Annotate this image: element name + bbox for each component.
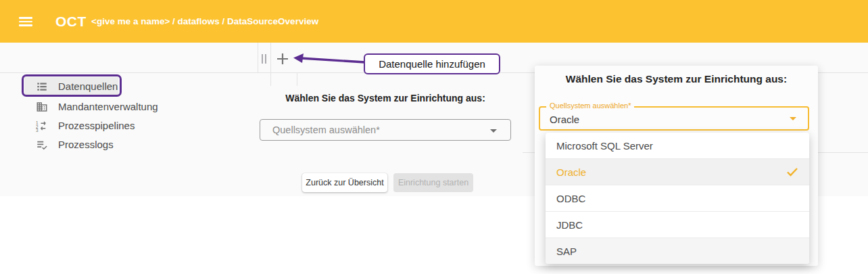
chevron-down-icon [790,117,796,120]
option-label: ODBC [556,193,585,204]
overlay-select-floating-label: Quellsystem auswählen* [546,101,634,110]
option-label: SAP [556,246,577,257]
building-icon [36,101,48,113]
sidebar-item-label: Prozesspipelines [58,120,135,131]
back-to-overview-button[interactable]: Zurück zur Übersicht [302,173,387,192]
option-label: Oracle [556,166,586,178]
sidebar-item-mandantenverwaltung[interactable]: Mandantenverwaltung [36,98,158,115]
source-system-dropdown-menu: Microsoft SQL Server Oracle ODBC JDBC SA… [546,133,809,264]
divider [258,43,258,72]
overlay-select-value: Oracle [550,114,579,125]
option-label: Microsoft SQL Server [556,140,653,152]
checklist-icon [36,139,48,151]
breadcrumb: <give me a name> / dataflows / DataSourc… [91,16,318,26]
option-microsoft-sql-server[interactable]: Microsoft SQL Server [546,133,809,159]
setup-form-heading: Wählen Sie das System zur Einrichtung au… [260,93,511,104]
sidebar-item-label: Prozesslogs [58,139,114,150]
splitter-drag-handle-icon[interactable] [262,54,267,64]
sidebar-item-prozesspipelines[interactable]: 1 2 3 Prozesspipelines [36,117,135,134]
pipeline-icon: 1 2 3 [36,120,48,132]
add-datasource-button[interactable] [274,51,291,67]
start-setup-button[interactable]: Einrichtung starten [393,173,473,192]
select-placeholder: Quellsystem auswählen* [272,124,380,135]
annotation-callout: Datenquelle hinzufügen [364,53,500,74]
source-system-select[interactable]: Quellsystem auswählen* [260,119,511,141]
app-title: OCT [55,14,87,30]
sidebar-item-label: Mandantenverwaltung [58,101,158,112]
sidebar-item-prozesslogs[interactable]: Prozesslogs [36,136,114,153]
annotation-arrow-icon [292,52,366,68]
svg-text:3: 3 [36,128,39,132]
option-odbc[interactable]: ODBC [546,185,809,212]
screen: OCT <give me a name> / dataflows / DataS… [0,0,868,274]
option-oracle[interactable]: Oracle [546,159,809,185]
divider [270,72,271,86]
divider [297,72,297,86]
option-jdbc[interactable]: JDBC [546,212,809,238]
option-label: JDBC [556,219,583,231]
overlay-form-heading: Wählen Sie das System zur Einrichtung au… [536,73,817,85]
annotation-highlight-box [22,74,122,97]
check-icon [786,167,798,177]
annotation-callout-label: Datenquelle hinzufügen [379,58,485,70]
option-sap[interactable]: SAP [546,238,809,264]
chevron-down-icon [490,129,497,133]
hamburger-menu-icon[interactable] [19,17,32,26]
divider [270,43,271,72]
plus-icon [275,51,290,66]
